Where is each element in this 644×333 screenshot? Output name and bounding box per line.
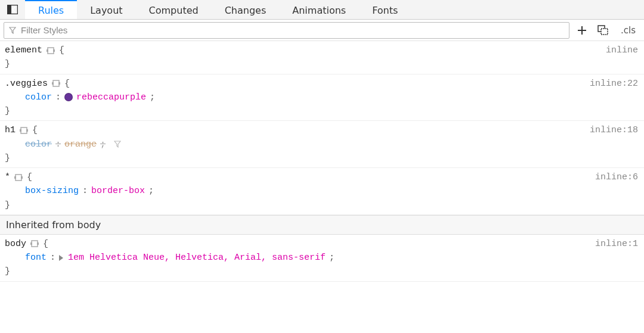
tab-label: Fonts	[372, 5, 398, 16]
svg-rect-12	[26, 129, 28, 132]
svg-rect-7	[53, 80, 59, 86]
cls-label: .cls	[621, 25, 636, 36]
inherited-label: Inherited from body	[6, 219, 101, 231]
css-property[interactable]: color	[25, 138, 52, 151]
tab-fonts[interactable]: Fonts	[359, 0, 411, 19]
open-brace: {	[27, 170, 32, 184]
sidebar-collapse-icon	[7, 5, 18, 14]
svg-rect-10	[21, 127, 27, 133]
open-brace: {	[59, 43, 64, 57]
filter-styles-field[interactable]	[4, 22, 569, 39]
highlight-element-icon[interactable]	[46, 46, 55, 55]
declaration[interactable]: color: rebeccapurple;	[5, 91, 639, 104]
svg-rect-6	[53, 49, 55, 52]
css-value[interactable]: rebeccapurple	[76, 91, 146, 104]
toggle-classes-button[interactable]: .cls	[616, 22, 640, 39]
rule-block-universal[interactable]: inline:6 * { box-sizing: border-box; }	[0, 168, 644, 215]
close-brace: }	[5, 59, 10, 69]
plus-icon	[577, 25, 587, 36]
rule-source[interactable]: inline:1	[595, 237, 638, 251]
css-value[interactable]: 1em Helvetica Neue, Helvetica, Arial, sa…	[68, 251, 326, 264]
funnel-icon	[9, 27, 16, 34]
svg-rect-18	[37, 242, 39, 245]
layers-icon	[597, 25, 609, 36]
tab-label: Rules	[38, 5, 64, 16]
svg-rect-5	[47, 49, 48, 52]
rule-source[interactable]: inline:22	[590, 77, 638, 91]
highlight-element-icon[interactable]	[30, 239, 39, 248]
rule-block-h1[interactable]: inline:18 h1 { color: orange; }	[0, 121, 644, 168]
tab-animations[interactable]: Animations	[279, 0, 359, 19]
svg-rect-16	[32, 241, 38, 247]
css-value[interactable]: orange	[64, 138, 97, 151]
rule-selector[interactable]: h1	[5, 123, 16, 137]
rule-selector[interactable]: element	[5, 43, 42, 57]
css-value[interactable]: border-box	[91, 184, 145, 198]
open-brace: {	[32, 123, 38, 137]
tab-layout[interactable]: Layout	[77, 0, 135, 19]
tab-changes[interactable]: Changes	[212, 0, 280, 19]
color-swatch[interactable]	[64, 93, 73, 101]
tab-rules[interactable]: Rules	[25, 0, 77, 19]
tab-label: Animations	[292, 5, 346, 16]
close-brace: }	[5, 266, 10, 276]
filter-overridden-icon[interactable]	[114, 141, 121, 148]
rule-selector[interactable]: body	[5, 237, 26, 251]
svg-rect-17	[30, 242, 32, 245]
highlight-element-icon[interactable]	[14, 173, 23, 182]
css-property[interactable]: box-sizing	[25, 184, 79, 198]
svg-rect-1	[8, 5, 11, 14]
close-brace: }	[5, 153, 10, 163]
svg-rect-14	[14, 176, 16, 179]
rule-selector[interactable]: .veggies	[5, 77, 48, 91]
open-brace: {	[64, 77, 70, 91]
rule-block-element[interactable]: inline element { }	[0, 41, 644, 74]
rules-list: inline element { } inline:22 .veggies { …	[0, 41, 644, 282]
svg-rect-9	[58, 82, 60, 85]
svg-rect-4	[48, 48, 54, 54]
css-property[interactable]: color	[25, 91, 52, 104]
open-brace: {	[43, 237, 48, 251]
tab-label: Changes	[225, 5, 267, 16]
tab-label: Computed	[149, 5, 199, 16]
svg-rect-3	[601, 29, 608, 35]
rule-block-body[interactable]: inline:1 body { font: 1em Helvetica Neue…	[0, 235, 644, 282]
close-brace: }	[5, 200, 10, 210]
rule-source[interactable]: inline:6	[595, 170, 638, 184]
svg-rect-11	[20, 129, 21, 132]
tab-label: Layout	[90, 5, 122, 16]
close-brace: }	[5, 106, 10, 116]
svg-rect-8	[52, 82, 54, 85]
rule-selector[interactable]: *	[5, 170, 10, 184]
inherited-section-header: Inherited from body	[0, 215, 644, 235]
highlight-element-icon[interactable]	[19, 126, 29, 135]
sidebar-collapse-button[interactable]	[0, 0, 25, 19]
print-simulation-button[interactable]	[595, 22, 612, 39]
rule-source[interactable]: inline:18	[590, 123, 638, 137]
declaration[interactable]: box-sizing: border-box;	[5, 184, 639, 198]
filter-styles-input[interactable]	[20, 24, 564, 36]
rules-toolbar: .cls	[0, 20, 644, 41]
panel-tabbar: Rules Layout Computed Changes Animations…	[0, 0, 644, 20]
declaration-overridden[interactable]: color: orange;	[5, 138, 639, 151]
add-rule-button[interactable]	[573, 22, 591, 39]
expand-shorthand-icon[interactable]	[59, 255, 63, 261]
css-property[interactable]: font	[25, 251, 47, 264]
declaration[interactable]: font: 1em Helvetica Neue, Helvetica, Ari…	[5, 251, 639, 264]
svg-rect-13	[16, 175, 21, 180]
svg-rect-15	[21, 176, 23, 179]
tab-computed[interactable]: Computed	[136, 0, 212, 19]
rule-source[interactable]: inline	[606, 43, 638, 57]
rule-block-veggies[interactable]: inline:22 .veggies { color: rebeccapurpl…	[0, 74, 644, 122]
highlight-element-icon[interactable]	[51, 79, 61, 88]
